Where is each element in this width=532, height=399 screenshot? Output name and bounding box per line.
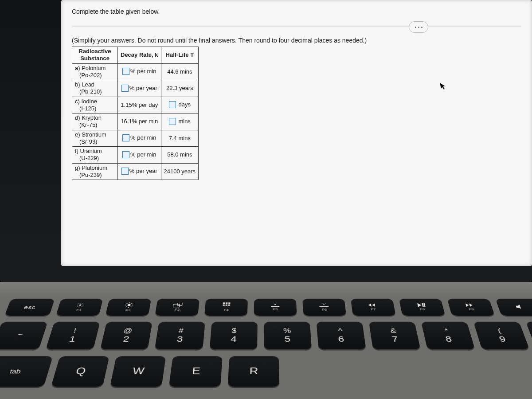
- key-upper: !: [73, 328, 77, 334]
- decay-rate-text: % per min: [130, 134, 156, 141]
- answer-blank[interactable]: [121, 168, 129, 175]
- svg-line-30: [322, 304, 322, 304]
- key-upper: ^: [338, 328, 343, 334]
- key-F3[interactable]: F3: [155, 299, 200, 316]
- svg-rect-25: [228, 305, 230, 306]
- key-media[interactable]: [495, 299, 532, 316]
- key-tab[interactable]: tab: [0, 356, 53, 387]
- key-row-function: escF1F2F3F4F5F6F7F8F9: [4, 299, 532, 316]
- key-9[interactable]: (9: [473, 322, 530, 349]
- key-7[interactable]: &7: [369, 322, 421, 349]
- answer-blank[interactable]: [169, 118, 176, 125]
- decay-table: Radioactive Substance Decay Rate, k Half…: [72, 47, 199, 180]
- mission-icon: [173, 303, 183, 307]
- svg-rect-33: [422, 303, 424, 307]
- table-row: a) Polonium(Po-202)% per min44.6 mins: [72, 63, 199, 80]
- key-label: Q: [74, 366, 87, 377]
- half-life-text: 7.4 mins: [169, 135, 191, 141]
- key-6[interactable]: ^6: [317, 322, 366, 349]
- keyboard: escF1F2F3F4F5F6F7F8F9 ~!1@2#3$4%5^6&7*8(…: [0, 282, 532, 373]
- svg-rect-27: [271, 306, 279, 306]
- svg-point-0: [79, 305, 81, 306]
- key-label: F3: [175, 308, 180, 311]
- key-lower: 4: [231, 335, 237, 343]
- key-F4[interactable]: F4: [204, 299, 248, 316]
- decay-rate-text: % per min: [130, 68, 156, 74]
- key-F9[interactable]: F9: [447, 299, 495, 316]
- key-E[interactable]: E: [169, 356, 223, 387]
- more-pill[interactable]: [409, 21, 428, 33]
- decay-rate-text: 16.1% per min: [121, 118, 158, 125]
- key-lower: 6: [338, 335, 344, 343]
- key-label: R: [249, 366, 258, 377]
- table-row: b) Lead(Pb-210)% per year22.3 years: [72, 80, 199, 97]
- key-F2[interactable]: F2: [106, 299, 152, 316]
- laptop-screen-bezel: Complete the table given below. (Simplif…: [0, 0, 532, 284]
- svg-line-6: [82, 306, 82, 307]
- half-life-text: mins: [178, 118, 190, 125]
- key-esc[interactable]: esc: [4, 299, 55, 316]
- cell-decay-rate: % per year: [118, 163, 161, 180]
- key-W[interactable]: W: [110, 356, 166, 387]
- key-upper: &: [390, 328, 397, 334]
- table-row: d) Krypton(Kr-75)16.1% per min mins: [72, 113, 199, 130]
- half-life-text: 44.6 mins: [167, 68, 192, 75]
- key-4[interactable]: $4: [209, 322, 257, 349]
- cell-substance: c) Iodine(I-125): [72, 97, 118, 113]
- page-content: Complete the table given below. (Simplif…: [61, 0, 532, 188]
- cell-substance: b) Lead(Pb-210): [72, 80, 118, 97]
- key-2[interactable]: @2: [100, 322, 153, 349]
- key-F6[interactable]: F6: [302, 299, 346, 316]
- key-F1[interactable]: F1: [56, 299, 103, 316]
- key-upper: ~: [17, 331, 24, 337]
- next-icon: [466, 303, 475, 307]
- answer-blank[interactable]: [169, 101, 176, 108]
- key-label: F5: [273, 308, 278, 311]
- half-life-text: 22.3 years: [166, 85, 193, 91]
- table-row: g) Plutonium(Pu-239)% per year24100 year…: [72, 163, 199, 180]
- svg-line-14: [127, 303, 128, 304]
- key-upper: %: [283, 328, 291, 334]
- key-F7[interactable]: F7: [351, 299, 396, 316]
- svg-line-7: [78, 306, 78, 307]
- answer-blank[interactable]: [122, 151, 129, 158]
- cell-half-life: days: [161, 97, 199, 113]
- svg-line-8: [82, 304, 83, 304]
- key-5[interactable]: %5: [264, 322, 312, 349]
- half-life-text: days: [178, 101, 190, 108]
- key-Q[interactable]: Q: [51, 356, 110, 387]
- key-upper: $: [231, 328, 236, 334]
- key-~[interactable]: ~: [0, 322, 48, 349]
- kbd-dim-icon: [271, 303, 279, 307]
- cell-substance: a) Polonium(Po-202): [72, 63, 118, 80]
- answer-blank[interactable]: [122, 134, 129, 141]
- key-upper: @: [123, 328, 133, 334]
- key-label: esc: [23, 304, 36, 309]
- key-R[interactable]: R: [228, 356, 280, 387]
- svg-rect-20: [223, 302, 225, 304]
- cell-half-life: 22.3 years: [161, 80, 199, 97]
- key-8[interactable]: *8: [421, 322, 475, 349]
- answer-blank[interactable]: [121, 85, 129, 92]
- cell-substance: e) Strontium(Sr-93): [72, 130, 118, 147]
- keyboard-bezel: escF1F2F3F4F5F6F7F8F9 ~!1@2#3$4%5^6&7*8(…: [0, 282, 532, 399]
- key-F8[interactable]: F8: [399, 299, 446, 316]
- key-3[interactable]: #3: [155, 322, 205, 349]
- svg-line-16: [126, 306, 127, 307]
- key-1[interactable]: !1: [46, 322, 100, 349]
- key-lower: 3: [176, 335, 184, 343]
- cell-half-life: 24100 years: [161, 163, 199, 180]
- svg-line-5: [78, 304, 79, 304]
- divider: [72, 27, 521, 27]
- key-F5[interactable]: F5: [254, 299, 297, 316]
- cell-decay-rate: 1.15% per day: [118, 97, 161, 113]
- brightness-high-icon: [124, 302, 133, 308]
- key-upper: (: [497, 328, 502, 334]
- svg-point-28: [323, 304, 325, 305]
- key-label: tab: [9, 368, 22, 375]
- viewport: Complete the table given below. (Simplif…: [61, 0, 532, 266]
- header-half-life: Half-Life T: [161, 47, 199, 64]
- key-row-alpha: tabQWER: [0, 356, 532, 387]
- answer-blank[interactable]: [122, 68, 129, 75]
- key-lower: 8: [445, 335, 453, 343]
